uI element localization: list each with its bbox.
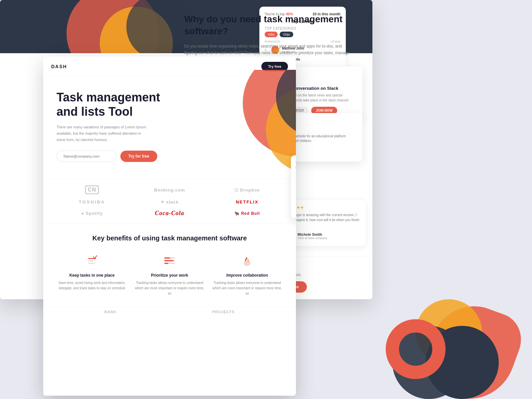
front-window: DASH Try free Task management and lists … xyxy=(43,57,296,396)
checkmark-icon xyxy=(85,254,99,267)
author-2: Michele Smith CEO at New company xyxy=(286,231,360,241)
stars-2: ★★★★★ xyxy=(286,205,360,210)
testimonial-text-2: This plugin is amazing with the current … xyxy=(286,212,360,227)
hero-title: Task management and lists Tool xyxy=(57,90,163,119)
benefit-desc-2: Tracking tasks allows everyone to unders… xyxy=(134,280,205,296)
benefit-title-3: Improve collaboration xyxy=(212,273,283,278)
hero-try-button[interactable]: Try for free xyxy=(120,151,157,162)
rank-item-4: 4. xyxy=(296,203,296,214)
svg-rect-21 xyxy=(164,263,168,264)
author-role-2: CEO at New company xyxy=(298,236,327,240)
logo-netflix: NETFLIX xyxy=(212,200,283,204)
logo-dropbox: ⬡ Dropbox xyxy=(212,188,283,193)
logo-toshiba: TOSHIBA xyxy=(57,200,127,204)
rank-item-2: 2. xyxy=(296,182,296,193)
rank-label: RANK xyxy=(104,310,116,314)
benefit-title-2: Prioritize your work xyxy=(134,273,205,278)
hero-description: There are many variations of passages of… xyxy=(57,124,150,143)
hero-cta: Try for free xyxy=(57,151,283,162)
front-navbar: DASH Try free xyxy=(43,57,296,77)
bottom-hint: RANK PROJECTS xyxy=(43,306,296,317)
hero-section: Task management and lists Tool There are… xyxy=(43,77,296,179)
svg-rect-14 xyxy=(88,260,93,261)
flame-icon xyxy=(240,254,254,267)
benefit-icon-2 xyxy=(161,252,178,269)
benefit-icon-3 xyxy=(239,252,255,269)
author-name-2: Michele Smith xyxy=(298,232,327,236)
nav-logo: DASH xyxy=(51,64,67,69)
svg-point-22 xyxy=(244,261,250,266)
benefits-grid: Keep tasks in one place Save time, avoid… xyxy=(57,252,283,296)
benefit-desc-1: Save time, avoid losing work and informa… xyxy=(57,280,127,291)
rank-item-1: 1. xyxy=(296,171,296,182)
rank-item-3: 3. xyxy=(296,193,296,203)
logos-section: CN Booking.com ⬡ Dropbox TOSHIBA ✦ slack… xyxy=(43,179,296,223)
logo-spotify: ● Spotify xyxy=(57,211,127,216)
logo-cocacola: Coca-Cola xyxy=(134,210,205,217)
list-icon xyxy=(163,254,176,267)
page-deco-circle-1 xyxy=(386,319,446,379)
benefit-icon-1 xyxy=(84,252,100,269)
floating-card-3: PROJ... RANK 1. 2. 3. xyxy=(291,155,296,218)
why-title: Why do you need task management software… xyxy=(184,13,356,38)
logos-grid: CN Booking.com ⬡ Dropbox TOSHIBA ✦ slack… xyxy=(57,186,283,217)
benefit-item-2: Prioritize your work Tracking tasks allo… xyxy=(134,252,205,296)
projects-label: PROJECTS xyxy=(212,310,234,314)
logo-cn: CN xyxy=(57,186,127,194)
nav-try-free-button[interactable]: Try free xyxy=(261,62,288,71)
svg-rect-15 xyxy=(88,263,95,264)
logo-booking: Booking.com xyxy=(134,188,205,193)
benefit-item-3: Improve collaboration Tracking tasks all… xyxy=(212,252,283,296)
logo-redbull: 🐂 Red Bull xyxy=(212,211,283,216)
logo-slack: ✦ slack xyxy=(134,200,205,204)
benefits-title: Key benefits of using task management so… xyxy=(57,234,283,242)
benefit-title-1: Keep tasks in one place xyxy=(57,273,127,278)
svg-rect-17 xyxy=(164,257,170,259)
benefits-section: Key benefits of using task management so… xyxy=(43,223,296,306)
benefit-item-1: Keep tasks in one place Save time, avoid… xyxy=(57,252,127,296)
svg-rect-19 xyxy=(164,260,174,261)
benefit-desc-3: Tracking tasks allows everyone to unders… xyxy=(212,280,283,296)
hero-email-input[interactable] xyxy=(57,151,116,162)
